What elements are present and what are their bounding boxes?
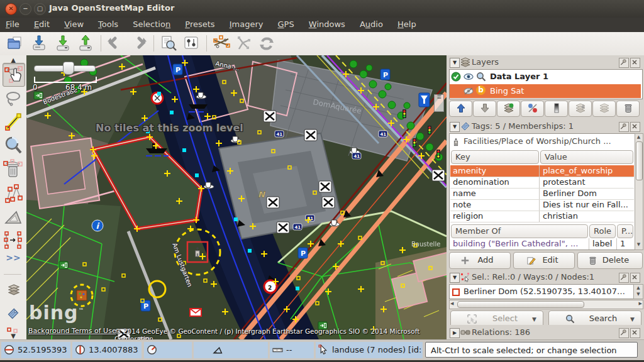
role-header[interactable]: Role: [589, 224, 616, 238]
close-button[interactable]: ✕: [5, 3, 17, 15]
tag-row[interactable]: amenity place_of_worship: [450, 165, 634, 177]
tag-row[interactable]: note Dies ist nur ein Fall...: [450, 199, 634, 211]
tag-row[interactable]: name Berliner Dom: [450, 188, 634, 199]
select-tool-button[interactable]: [3, 63, 25, 87]
selection-hscrollbar[interactable]: ◀ ▶: [449, 300, 643, 309]
preferences-icon[interactable]: [181, 34, 201, 53]
collapse-icon[interactable]: ▼: [450, 122, 460, 132]
layer-row-bing[interactable]: b Bing Sat: [450, 84, 641, 98]
pin-icon[interactable]: [619, 58, 629, 68]
map-menu-icon[interactable]: ☰: [434, 94, 444, 112]
app-window: ✕ − ▢ Java OpenStreetMap Editor File Edi…: [0, 0, 644, 362]
undo-icon[interactable]: [106, 34, 126, 53]
visibility-eye-icon[interactable]: [464, 72, 474, 82]
pin-icon[interactable]: [619, 122, 629, 132]
active-check-icon[interactable]: [451, 72, 461, 82]
layer-merge-button[interactable]: [569, 101, 592, 117]
preset-row[interactable]: Facilities/Place of Worship/Church ...: [451, 135, 633, 149]
menu-gps[interactable]: GPS: [272, 18, 300, 32]
close-panel-icon[interactable]: [630, 58, 640, 68]
close-panel-icon[interactable]: [630, 328, 640, 338]
scroll-thumb[interactable]: [636, 141, 643, 180]
tag-row[interactable]: religion christian: [450, 211, 634, 222]
scroll-thumb[interactable]: [457, 301, 584, 308]
tag-row[interactable]: denomination protestant: [450, 177, 634, 188]
key-column-header[interactable]: Key: [451, 150, 539, 164]
value-column-header[interactable]: Value: [540, 150, 633, 164]
expand-icon[interactable]: ▶: [450, 328, 460, 338]
menu-view[interactable]: View: [58, 18, 89, 32]
layer-name[interactable]: Bing Sat: [490, 86, 524, 96]
selection-spinner[interactable]: ▲ ▼: [633, 284, 643, 299]
edit-tag-button[interactable]: Edit: [513, 252, 575, 269]
combine-way-icon[interactable]: [234, 34, 254, 53]
layer-up-button[interactable]: [449, 101, 472, 117]
more-tools-button[interactable]: >>: [3, 253, 24, 269]
delete-tool-button[interactable]: [3, 158, 24, 181]
visibility-eye-off-icon[interactable]: [464, 86, 474, 96]
tags-table: Facilities/Place of Worship/Church ... K…: [449, 133, 635, 250]
menu-presets[interactable]: Presets: [179, 18, 220, 32]
layer-delete-button[interactable]: [616, 101, 640, 117]
menu-windows[interactable]: Windows: [303, 18, 351, 32]
menu-imagery[interactable]: Imagery: [224, 18, 269, 32]
save-icon[interactable]: [29, 34, 49, 53]
upload-icon[interactable]: [75, 34, 96, 53]
menu-tools[interactable]: Tools: [92, 18, 124, 32]
zoom-tool-button[interactable]: [3, 134, 24, 157]
layer-opacity-button[interactable]: [545, 101, 568, 117]
draw-tool-button[interactable]: [3, 111, 24, 133]
scroll-left-icon[interactable]: ◀: [450, 300, 453, 307]
close-panel-icon[interactable]: [630, 273, 640, 283]
layer-down-button[interactable]: [473, 101, 496, 117]
menu-audio[interactable]: Audio: [354, 18, 389, 32]
scroll-down-icon[interactable]: ▼: [0, 332, 26, 339]
pin-icon[interactable]: [619, 328, 629, 338]
title-bar: ✕ − ▢ Java OpenStreetMap Editor: [0, 0, 644, 18]
member-of-header[interactable]: Member Of: [451, 224, 588, 238]
split-tool-button[interactable]: [3, 182, 24, 205]
map-copyright: © 2014 GeoEye © GeoContent / (p) Intergr…: [114, 327, 447, 339]
layer-name[interactable]: Data Layer 1: [490, 72, 548, 81]
open-icon[interactable]: [5, 34, 25, 53]
scroll-right-icon[interactable]: ▶: [639, 300, 642, 307]
close-panel-icon[interactable]: [630, 122, 640, 132]
collapse-icon[interactable]: ▼: [450, 58, 460, 68]
latitude-icon: [4, 344, 14, 355]
terms-of-use-link[interactable]: Background Terms of Use: [28, 327, 116, 335]
layer-activate-button[interactable]: [497, 101, 520, 117]
delete-tag-button[interactable]: Delete: [577, 252, 643, 269]
position-header[interactable]: P...: [617, 224, 633, 238]
tags-dialog-button[interactable]: [3, 303, 24, 324]
map-view[interactable]: P P P P: [26, 55, 447, 339]
menu-edit[interactable]: Edit: [28, 18, 55, 32]
split-way-icon[interactable]: [211, 34, 231, 53]
collapse-icon[interactable]: ▼: [450, 273, 460, 283]
menu-file[interactable]: File: [0, 18, 25, 32]
menu-help[interactable]: Help: [392, 18, 422, 32]
search-presets-icon[interactable]: [158, 34, 179, 53]
status-bar: 52.5195393 13.4007883 -- landuse (7 node…: [0, 339, 644, 361]
layers-dialog-button[interactable]: [3, 279, 24, 300]
tags-scrollbar[interactable]: ▲ ▼: [635, 133, 643, 250]
add-tag-button[interactable]: Add: [449, 252, 511, 269]
scroll-down-icon[interactable]: ▼: [636, 242, 641, 248]
redo-icon[interactable]: [128, 34, 148, 53]
pin-icon[interactable]: [619, 273, 629, 283]
angle-tool-button[interactable]: [3, 206, 24, 228]
lasso-tool-button[interactable]: [3, 88, 24, 108]
map-scale-bar: [34, 77, 97, 83]
parallel-tool-button[interactable]: [3, 229, 24, 251]
minimize-button[interactable]: −: [19, 3, 31, 15]
download-icon[interactable]: [53, 34, 73, 53]
selection-list[interactable]: Berliner Dom (52.5190735, 13.4010752): [449, 284, 634, 299]
maximize-button[interactable]: ▢: [34, 3, 46, 15]
scroll-up-icon[interactable]: ▲: [636, 134, 641, 140]
refresh-icon[interactable]: [257, 34, 277, 53]
zoom-slider-handle[interactable]: [63, 62, 74, 75]
layer-row-data[interactable]: Data Layer 1: [450, 70, 641, 84]
menu-selection[interactable]: Selection: [127, 18, 176, 32]
layer-visibility-button[interactable]: [521, 101, 544, 117]
membership-row[interactable]: building ("Berlin Cathedral", ... label …: [450, 238, 634, 250]
layer-duplicate-button[interactable]: [592, 101, 616, 117]
